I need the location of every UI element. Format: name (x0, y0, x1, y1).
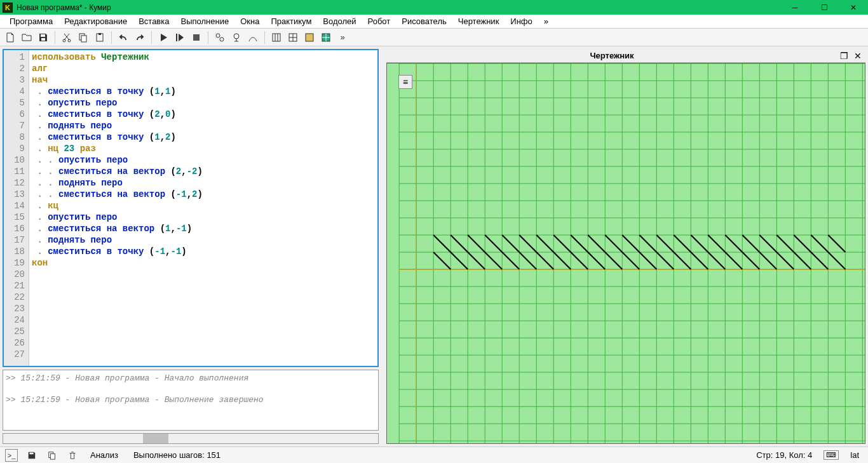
svg-point-12 (234, 34, 239, 39)
save-file-icon[interactable] (36, 30, 51, 45)
toolbar: » (0, 29, 868, 46)
status-kb-layout-icon[interactable]: ⌨ (824, 450, 839, 460)
svg-rect-1 (41, 38, 45, 41)
svg-rect-15 (306, 34, 313, 41)
drawing-svg (387, 64, 865, 443)
panel-close-icon[interactable]: ✕ (851, 50, 864, 62)
menu-Рисователь[interactable]: Рисователь (396, 15, 452, 27)
maximize-button[interactable]: ☐ (810, 0, 839, 15)
run-icon[interactable] (156, 30, 171, 45)
open-file-icon[interactable] (19, 30, 34, 45)
minimize-button[interactable]: ─ (780, 0, 810, 15)
menu-Выполнение[interactable]: Выполнение (175, 15, 234, 27)
status-cursor-pos: Стр: 19, Кол: 4 (752, 450, 816, 460)
drawer-panel-header: Чертежник ❐ ✕ (386, 49, 865, 63)
menu-Практикум[interactable]: Практикум (265, 15, 317, 27)
svg-point-10 (216, 34, 220, 37)
menu-Редактирование[interactable]: Редактирование (58, 15, 133, 27)
app-icon: K (3, 3, 13, 13)
menu-Водолей[interactable]: Водолей (317, 15, 362, 27)
menu-Робот[interactable]: Робот (362, 15, 397, 27)
actor-water-icon[interactable] (212, 30, 227, 45)
menu-Инфо[interactable]: Инфо (505, 15, 538, 27)
menu-»[interactable]: » (538, 15, 554, 27)
svg-line-81 (433, 252, 451, 269)
code-area[interactable]: использовать Чертежникалгнач . сместитьс… (29, 50, 377, 366)
panel-detach-icon[interactable]: ❐ (837, 50, 850, 62)
view-green-icon[interactable] (318, 30, 334, 45)
redo-icon[interactable] (132, 30, 147, 45)
status-analysis[interactable]: Анализ (86, 450, 122, 460)
status-delete-icon[interactable] (66, 449, 79, 462)
view-grid1-icon[interactable] (269, 30, 284, 45)
horizontal-scrollbar[interactable] (3, 433, 379, 444)
svg-rect-106 (30, 452, 34, 454)
svg-point-11 (220, 37, 224, 41)
new-file-icon[interactable] (3, 30, 18, 45)
menu-bar: ПрограммаРедактированиеВставкаВыполнение… (0, 15, 868, 29)
drawer-panel-title: Чертежник (386, 51, 837, 60)
status-steps: Выполнено шагов: 151 (130, 450, 224, 460)
svg-rect-9 (193, 34, 200, 41)
title-bar: K Новая программа* - Кумир ─ ☐ ✕ (0, 0, 868, 15)
menu-Вставка[interactable]: Вставка (133, 15, 175, 27)
menu-Окна[interactable]: Окна (234, 15, 265, 27)
svg-rect-7 (98, 33, 101, 35)
stop-icon[interactable] (189, 30, 204, 45)
view-grid2-icon[interactable] (285, 30, 301, 45)
status-lang: lat (846, 450, 863, 460)
actor-draw-icon[interactable] (245, 30, 261, 45)
status-save-icon[interactable] (25, 449, 38, 462)
toolbar-overflow[interactable]: » (335, 30, 350, 45)
svg-rect-13 (273, 34, 280, 41)
cut-icon[interactable] (59, 30, 74, 45)
svg-rect-8 (176, 34, 177, 41)
svg-rect-0 (41, 34, 45, 37)
menu-Программа[interactable]: Программа (4, 15, 58, 27)
drawing-canvas[interactable]: ≡ (386, 63, 865, 444)
menu-Чертежник[interactable]: Чертежник (452, 15, 505, 27)
code-editor[interactable]: 1234567891011121314151617181920212223242… (3, 49, 379, 367)
copy-icon[interactable] (76, 30, 91, 45)
status-copy-icon[interactable] (46, 449, 58, 462)
svg-line-105 (828, 235, 845, 252)
step-icon[interactable] (172, 30, 187, 45)
svg-rect-5 (81, 36, 86, 42)
canvas-menu-button[interactable]: ≡ (398, 75, 412, 89)
close-button[interactable]: ✕ (839, 0, 868, 15)
window-title: Новая программа* - Кумир (17, 3, 780, 12)
status-bar: >_ Анализ Выполнено шагов: 151 Стр: 19, … (0, 446, 868, 463)
svg-rect-108 (50, 453, 55, 459)
actor-robot-icon[interactable] (229, 30, 244, 45)
terminal-toggle-icon[interactable]: >_ (5, 449, 18, 462)
output-console[interactable]: >> 15:21:59 - Новая программа - Начало в… (3, 370, 379, 431)
paste-icon[interactable] (92, 30, 107, 45)
view-paint-icon[interactable] (302, 30, 317, 45)
undo-icon[interactable] (116, 30, 131, 45)
line-gutter: 1234567891011121314151617181920212223242… (4, 50, 29, 366)
